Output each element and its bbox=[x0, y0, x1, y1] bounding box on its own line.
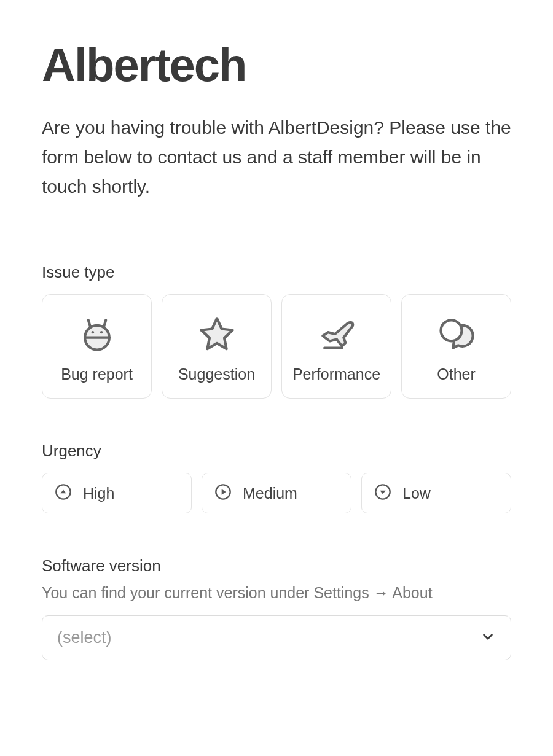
issue-type-options: Bug report Suggestion Performance bbox=[42, 294, 511, 399]
plane-icon bbox=[315, 312, 359, 356]
issue-label: Performance bbox=[291, 365, 382, 383]
issue-label: Other bbox=[410, 365, 502, 383]
urgency-label: Low bbox=[402, 485, 431, 502]
urgency-label: Medium bbox=[243, 485, 297, 502]
subtitle: Are you having trouble with AlbertDesign… bbox=[42, 113, 511, 201]
svg-line-2 bbox=[104, 320, 106, 326]
issue-type-performance[interactable]: Performance bbox=[281, 294, 391, 399]
software-version-hint: You can find your current version under … bbox=[42, 584, 511, 602]
issue-type-section: Issue type Bug report Sugge bbox=[42, 263, 511, 399]
svg-point-6 bbox=[441, 320, 461, 341]
issue-type-suggestion[interactable]: Suggestion bbox=[162, 294, 272, 399]
software-version-heading: Software version bbox=[42, 556, 511, 575]
circle-down-icon bbox=[374, 483, 391, 503]
software-version-section: Software version You can find your curre… bbox=[42, 556, 511, 660]
issue-type-bug-report[interactable]: Bug report bbox=[42, 294, 152, 399]
svg-line-1 bbox=[88, 320, 90, 326]
issue-type-heading: Issue type bbox=[42, 263, 511, 282]
svg-point-3 bbox=[91, 331, 93, 333]
chat-icon bbox=[434, 312, 479, 356]
urgency-low[interactable]: Low bbox=[361, 473, 511, 513]
software-version-select[interactable]: (select) bbox=[42, 615, 511, 660]
urgency-medium[interactable]: Medium bbox=[202, 473, 351, 513]
issue-type-other[interactable]: Other bbox=[401, 294, 511, 399]
issue-label: Bug report bbox=[51, 365, 143, 383]
circle-up-icon bbox=[55, 483, 72, 503]
star-icon bbox=[195, 312, 239, 356]
circle-play-icon bbox=[214, 483, 232, 503]
page-title: Albertech bbox=[42, 42, 511, 88]
urgency-high[interactable]: High bbox=[42, 473, 192, 513]
chevron-down-icon bbox=[480, 629, 496, 647]
urgency-label: High bbox=[83, 485, 114, 502]
bug-icon bbox=[75, 312, 119, 356]
select-placeholder: (select) bbox=[57, 628, 112, 647]
issue-label: Suggestion bbox=[171, 365, 262, 383]
urgency-section: Urgency High Medium bbox=[42, 442, 511, 513]
svg-point-4 bbox=[100, 331, 102, 333]
urgency-heading: Urgency bbox=[42, 442, 511, 461]
urgency-options: High Medium Low bbox=[42, 473, 511, 513]
